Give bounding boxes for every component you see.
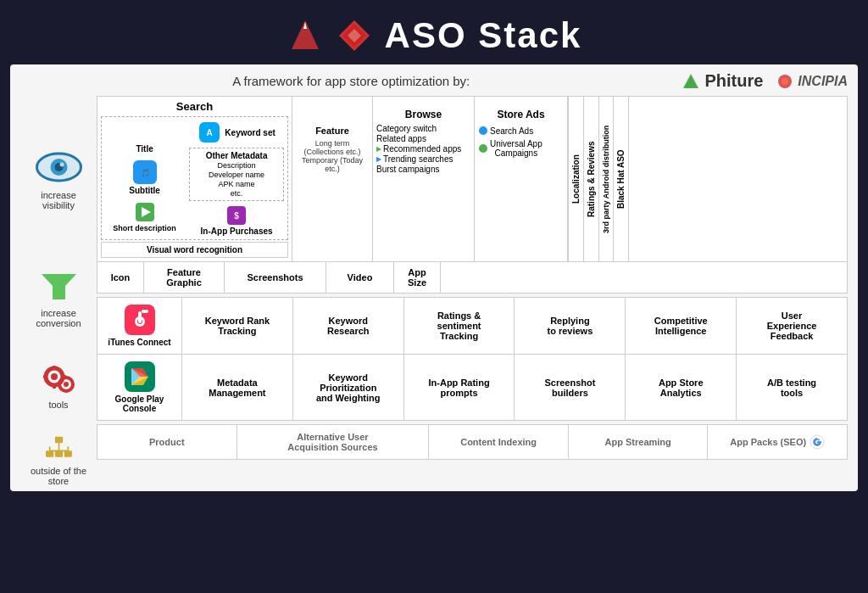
feature-title: Feature — [315, 126, 349, 136]
tools-section: iTunes Connect Keyword RankTracking Keyw… — [97, 297, 848, 421]
diamond-icon — [336, 17, 373, 54]
visibility-icon-item: increasevisibility — [20, 96, 97, 266]
keyword-research-cell: KeywordResearch — [293, 298, 404, 354]
browse-item-4: ▶ Trending searches — [376, 154, 470, 164]
ratings-reviews-label: Ratings & Reviews — [584, 97, 599, 261]
tools-row-2: Google Play Console MetadataManagement K… — [97, 355, 847, 420]
short-desc-cell: Short description — [113, 200, 176, 232]
svg-rect-20 — [53, 366, 56, 370]
svg-marker-15 — [42, 274, 76, 299]
svg-rect-27 — [64, 450, 71, 457]
org-chart-icon — [40, 435, 78, 461]
app-icon-subtitle: 🎵 — [133, 160, 157, 184]
svg-rect-54 — [817, 441, 821, 443]
competitive-intelligence-cell: CompetitiveIntelligence — [626, 298, 737, 354]
svg-rect-22 — [43, 375, 47, 378]
screenshot-builders-cell: Screenshotbuilders — [515, 355, 626, 420]
outside-section: Product Alternative UserAcquisition Sour… — [97, 424, 848, 460]
main-grid: increasevisibility increaseconversion — [20, 96, 848, 486]
svg-text:$: $ — [234, 211, 239, 221]
screenshots-cell: Screenshots — [225, 262, 326, 293]
app-streaming-cell: App Streaming — [569, 425, 709, 459]
browse-item-3: ▶ Recommended apps — [376, 144, 470, 154]
partners: Phiture INCIPIA — [682, 71, 848, 91]
subtitle-cell: 🎵 Subtitle — [129, 159, 160, 195]
feature-sub1: Long term (Collections etc.) — [296, 139, 369, 156]
svg-rect-26 — [54, 450, 62, 457]
in-app-rating-cell: In-App Ratingprompts — [404, 355, 515, 420]
outside-label: outside of the store — [20, 466, 97, 486]
svg-text:A: A — [207, 128, 213, 137]
tools-icon-item: tools — [20, 333, 97, 435]
keyword-set-cell: A Keyword set — [189, 120, 284, 144]
localization-label: Localization — [569, 97, 584, 261]
content-indexing-cell: Content Indexing — [429, 425, 569, 459]
title-cell: Title — [133, 120, 157, 154]
conversion-icon-item: increaseconversion — [20, 266, 97, 333]
ab-testing-cell: A/B testingtools — [737, 355, 847, 420]
store-ads-item-2: Universal App Campaigns — [478, 139, 564, 158]
app-icon-iap: $ — [189, 206, 284, 225]
tools-row-1: iTunes Connect Keyword RankTracking Keyw… — [97, 298, 847, 355]
svg-rect-24 — [54, 437, 62, 444]
user-experience-cell: UserExperienceFeedback — [737, 298, 847, 354]
framework-area: Search Title 🎵 — [97, 96, 848, 486]
svg-point-17 — [51, 373, 58, 380]
svg-rect-45 — [138, 311, 142, 323]
google-play-icon — [125, 361, 155, 392]
app-packs-cell: App Packs (SEO) G — [708, 425, 847, 459]
google-icon: G — [810, 434, 825, 450]
visual-word-cell: Visual word recognition — [101, 242, 288, 258]
gears-icon — [37, 359, 80, 394]
browse-block: Browse Category switch Related apps ▶ Re… — [373, 97, 475, 261]
page-title: ASO Stack — [385, 15, 582, 56]
svg-rect-46 — [142, 310, 148, 313]
ratings-sentiment-cell: Ratings &sentimentTracking — [404, 298, 515, 354]
feature-sub2: Temporary (Today etc.) — [296, 156, 369, 173]
top-section: Search Title 🎵 — [97, 96, 848, 294]
browse-item-2: Related apps — [376, 134, 470, 143]
outside-icon-item: outside of the store — [20, 435, 97, 486]
eye-icon — [36, 151, 82, 183]
phiture-logo: Phiture — [682, 71, 763, 91]
incipia-logo: INCIPIA — [776, 73, 848, 90]
left-icons-column: increasevisibility increaseconversion — [20, 96, 97, 486]
feature-block: Feature Long term (Collections etc.) Tem… — [292, 97, 373, 261]
store-ads-item-1: Search Ads — [478, 126, 564, 136]
svg-rect-23 — [62, 375, 66, 378]
conversion-label: increaseconversion — [36, 308, 81, 328]
svg-text:🎵: 🎵 — [140, 168, 150, 178]
browse-item-1: Category switch — [376, 124, 470, 133]
browse-title: Browse — [376, 109, 470, 120]
replying-reviews-cell: Replyingto reviews — [515, 298, 626, 354]
store-ads-block: Store Ads Search Ads Universal App Campa… — [475, 97, 568, 261]
icon-cell: Icon — [97, 262, 144, 293]
svg-point-40 — [479, 126, 487, 135]
third-party-label: 3rd party Android distribution — [599, 97, 614, 261]
keyword-rank-tracking-cell: Keyword RankTracking — [182, 298, 293, 354]
browse-item-5: Burst campaigns — [376, 165, 470, 174]
in-app-purchases-cell: $ In-App Purchases — [189, 206, 284, 236]
blackhat-label: Black Hat ASO — [614, 97, 629, 261]
svg-rect-25 — [46, 450, 53, 457]
itunes-connect-cell: iTunes Connect — [97, 298, 182, 354]
vertical-labels-area: Localization Ratings & Reviews 3rd party… — [568, 97, 629, 261]
funnel-icon — [40, 271, 78, 303]
search-block: Search Title 🎵 — [97, 97, 292, 261]
store-ads-title: Store Ads — [478, 109, 564, 120]
subtitle-row: A framework for app store optimization b… — [20, 71, 848, 91]
feature-graphic-cell: FeatureGraphic — [144, 262, 225, 293]
itunes-icon — [125, 305, 155, 335]
keyword-prioritization-cell: KeywordPrioritizationand Weighting — [293, 355, 404, 420]
metadata-management-cell: MetadataManagement — [182, 355, 293, 420]
svg-point-9 — [782, 78, 788, 85]
svg-point-19 — [64, 382, 69, 387]
tools-label: tools — [48, 400, 68, 410]
app-store-analytics-cell: App StoreAnalytics — [626, 355, 737, 420]
app-size-cell: AppSize — [394, 262, 441, 293]
subtitle-text: A framework for app store optimization b… — [232, 74, 470, 88]
bottom-conversion-row: Icon FeatureGraphic Screenshots Video Ap… — [97, 261, 847, 293]
alt-acquisition-cell: Alternative UserAcquisition Sources — [237, 425, 430, 459]
other-metadata-cell: Other Metadata DescriptionDeveloper name… — [189, 148, 284, 201]
video-cell: Video — [326, 262, 394, 293]
